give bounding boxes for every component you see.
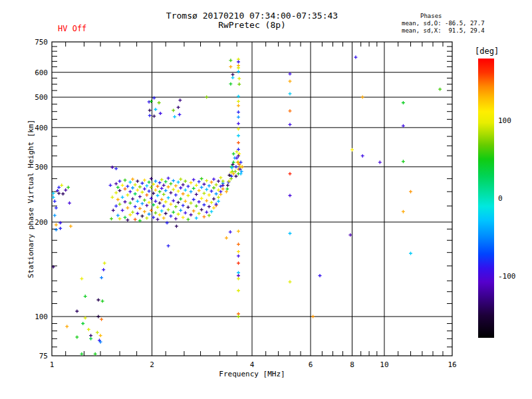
- data-point: [237, 66, 240, 70]
- data-point: [114, 204, 118, 207]
- data-point: [158, 181, 162, 184]
- data-point: [219, 176, 222, 180]
- data-point: [195, 193, 198, 196]
- data-point: [172, 199, 175, 202]
- data-point: [81, 322, 84, 325]
- data-point: [207, 194, 211, 197]
- data-point: [134, 217, 137, 221]
- data-point: [131, 178, 134, 181]
- data-point: [378, 161, 382, 164]
- data-point: [169, 214, 172, 217]
- data-point: [237, 61, 240, 64]
- data-point: [237, 134, 240, 138]
- data-point: [169, 203, 172, 206]
- data-point: [319, 274, 322, 277]
- data-point: [198, 180, 201, 184]
- data-point: [190, 190, 193, 194]
- data-point: [354, 56, 357, 59]
- data-point: [217, 188, 220, 192]
- data-point: [138, 207, 142, 210]
- data-point: [124, 178, 127, 182]
- data-point: [152, 114, 156, 118]
- data-point: [89, 334, 92, 337]
- data-point: [237, 70, 240, 73]
- data-point: [136, 188, 139, 192]
- data-point: [134, 205, 137, 208]
- data-point: [409, 190, 412, 194]
- data-point: [200, 197, 203, 200]
- data-point: [198, 212, 201, 215]
- data-point: [184, 200, 187, 203]
- data-point: [182, 192, 185, 196]
- data-point: [289, 72, 292, 76]
- data-point: [55, 223, 58, 227]
- data-point: [61, 192, 65, 196]
- data-point: [226, 184, 229, 187]
- data-point: [152, 96, 156, 100]
- x-axis-label: Frequency [MHz]: [219, 370, 285, 378]
- data-point: [173, 115, 176, 118]
- data-point: [172, 188, 175, 191]
- data-point: [162, 193, 166, 196]
- data-point: [69, 225, 72, 228]
- data-point: [154, 188, 157, 192]
- data-point: [289, 109, 292, 112]
- data-point: [143, 210, 146, 213]
- data-point: [177, 180, 180, 184]
- data-point: [182, 215, 185, 219]
- data-point: [237, 243, 240, 246]
- data-point: [101, 299, 104, 303]
- colorbar-tick-label: -100: [498, 272, 516, 281]
- data-point: [202, 192, 205, 195]
- data-point: [179, 209, 182, 212]
- data-point: [162, 216, 166, 219]
- data-point: [166, 221, 169, 225]
- data-point: [200, 186, 203, 189]
- x-tick-label: 10: [380, 360, 388, 369]
- x-tick-label: 16: [448, 360, 456, 369]
- data-point: [237, 141, 240, 144]
- data-point: [289, 194, 292, 198]
- y-tick-label: 600: [35, 68, 48, 77]
- data-point: [84, 295, 87, 298]
- data-point: [195, 184, 198, 187]
- data-point: [217, 196, 220, 199]
- y-tick-label: 750: [35, 38, 48, 47]
- data-point: [195, 216, 198, 219]
- data-point: [207, 205, 211, 208]
- data-point: [110, 196, 114, 199]
- data-point: [237, 315, 240, 319]
- colorbar-tick-label: 100: [498, 116, 511, 125]
- data-point: [184, 211, 187, 215]
- data-point: [164, 212, 168, 215]
- data-point: [102, 268, 105, 271]
- data-point: [232, 152, 235, 156]
- data-point: [65, 325, 68, 328]
- data-point: [114, 167, 118, 170]
- data-point: [55, 228, 58, 231]
- data-point: [205, 211, 208, 214]
- data-point: [100, 318, 103, 321]
- data-point: [237, 277, 240, 281]
- data-point: [225, 236, 228, 239]
- data-point: [184, 188, 187, 192]
- y-tick-label: 75: [39, 352, 48, 360]
- colorbar: [478, 59, 494, 338]
- data-point: [66, 186, 70, 189]
- data-point: [145, 194, 148, 197]
- data-point: [237, 94, 240, 98]
- data-point: [289, 232, 292, 235]
- data-point: [118, 203, 122, 206]
- data-point: [53, 200, 57, 203]
- data-point: [174, 217, 178, 220]
- data-point: [158, 201, 162, 205]
- data-point: [172, 108, 175, 112]
- data-point: [192, 178, 196, 182]
- data-point: [143, 188, 146, 191]
- data-point: [140, 191, 144, 194]
- data-point: [160, 209, 164, 213]
- data-point: [215, 183, 218, 186]
- data-point: [172, 211, 175, 214]
- data-point: [202, 183, 205, 186]
- data-point: [154, 108, 157, 111]
